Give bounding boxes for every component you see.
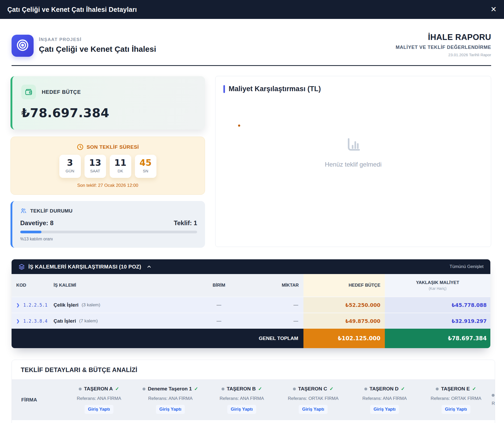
column-is-kalemi: İŞ KALEMİ	[54, 274, 201, 297]
row-item-count: (7 kalem)	[79, 318, 98, 324]
check-icon: ✓	[472, 386, 476, 392]
firm-dot-icon	[222, 388, 224, 390]
chevron-up-icon[interactable]	[146, 264, 152, 270]
firm-status-badge[interactable]: Giriş Yaptı	[227, 405, 256, 414]
firm-name: TAŞERON E	[441, 386, 470, 392]
offers-detail-section: TEKLİF DETAYLARI & BÜTÇE ANALİZİ FİRMA T…	[12, 360, 495, 423]
firm-dot-icon	[293, 388, 296, 390]
work-items-table-header[interactable]: İŞ KALEMLERİ KARŞILAŞTIRMASI (10 POZ) Tü…	[12, 259, 490, 274]
check-icon: ✓	[194, 386, 198, 392]
row-name: Çelik İşleri	[54, 302, 78, 308]
row-hedef-butce: ₺49.875.000	[303, 313, 385, 329]
firm-name: TAŞERON C	[298, 386, 327, 392]
column-yaklasik-maliyet: YAKLAŞIK MALİYET (Kar Hariç)	[385, 274, 490, 297]
expand-all-button[interactable]: Tümünü Genişlet	[450, 264, 484, 269]
firm-dot-icon	[492, 394, 495, 397]
firm-referans: Referans: ANA FİRMA	[135, 396, 206, 401]
firm-referans: Referans: ANA FİRMA	[63, 396, 135, 401]
firm-column: TAŞERON A ✓ Referans: ANA FİRMA Giriş Ya…	[63, 386, 135, 414]
firm-dot-icon	[436, 388, 439, 390]
firm-dot-icon	[79, 388, 82, 390]
target-icon	[16, 38, 29, 53]
work-items-table: İŞ KALEMLERİ KARŞILAŞTIRMASI (10 POZ) Tü…	[12, 259, 490, 348]
row-hedef-butce: ₺52.250.000	[303, 297, 385, 313]
firm-column: Deneme Taşeron 1 ✓ Referans: ANA FİRMA G…	[135, 386, 206, 414]
column-kod: KOD	[12, 274, 54, 297]
grand-total-label: GENEL TOPLAM	[12, 329, 303, 348]
deadline-title: SON TEKLİF SÜRESİ	[87, 144, 139, 150]
report-subtitle: MALİYET VE TEKLİF DEĞERLENDİRME	[396, 45, 491, 50]
firm-referans: Referans: ORTAK FİRMA	[420, 396, 492, 401]
project-logo	[12, 35, 34, 57]
countdown-hours: 13 SAAT	[85, 155, 106, 178]
project-info: İNŞAAT PROJESİ Çatı Çeliği ve Kenet Çatı…	[39, 37, 156, 54]
cost-comparison-panel: Maliyet Karşılaştırması (TL) Henüz tekli…	[215, 76, 491, 247]
row-item-count: (3 kalem)	[82, 302, 100, 308]
countdown: 3 GÜN 13 SAAT 11 DK 45 SN	[11, 155, 205, 178]
firm-status-badge[interactable]: Giriş Yaptı	[85, 405, 113, 414]
firm-status-badge[interactable]: Giriş Yaptı	[299, 405, 328, 414]
row-birim: —	[201, 297, 237, 313]
target-budget-amount: ₺78.697.384	[21, 106, 196, 120]
row-miktar: —	[237, 313, 303, 329]
firm-status-badge[interactable]: Giriş Yaptı	[442, 405, 470, 414]
firm-column: TAŞERON B ✓ Referans: ANA FİRMA Giriş Ya…	[206, 386, 277, 414]
report-date: 23.01.2026 Tarihli Rapor	[396, 53, 491, 57]
layers-icon	[18, 264, 25, 270]
deadline-card: SON TEKLİF SÜRESİ 3 GÜN 13 SAAT 11 DK 45…	[10, 137, 205, 195]
report-title: İHALE RAPORU	[396, 33, 491, 42]
table-row[interactable]: ❯ 1.2.3.8.4 Çatı İşleri (7 kalem) — — ₺4…	[12, 313, 490, 329]
firm-name: Deneme Taşeron 1	[148, 386, 192, 392]
firm-column: TAŞERON C ✓ Referans: ORTAK FİRMA Giriş …	[277, 386, 349, 414]
target-budget-label: HEDEF BÜTÇE	[42, 89, 81, 95]
chart-empty-state: Henüz teklif gelmedi	[216, 136, 491, 168]
modal-header: Çatı Çeliği ve Kenet Çatı İhalesi Detayl…	[0, 0, 504, 19]
grand-total-yaklasik: ₺78.697.384	[385, 329, 490, 348]
firm-column-partial: ✓ R	[492, 394, 495, 406]
firm-referans: Referans: ORTAK FİRMA	[277, 396, 349, 401]
page-title: Çatı Çeliği ve Kenet Çatı İhalesi	[39, 45, 156, 54]
offers-section-title: TEKLİF DETAYLARI & BÜTÇE ANALİZİ	[12, 360, 495, 380]
firm-status-badge[interactable]: Giriş Yaptı	[156, 405, 185, 414]
row-name: Çatı İşleri	[54, 318, 76, 324]
firm-column: TAŞERON D ✓ Referans: ANA FİRMA Giriş Ya…	[349, 386, 420, 414]
countdown-seconds: 45 SN	[135, 155, 156, 178]
firm-row-label: FİRMA	[12, 397, 63, 403]
deadline-note: Son teklif: 27 Ocak 2026 12:00	[11, 183, 205, 188]
chevron-right-icon[interactable]: ❯	[16, 303, 20, 307]
participation-rate: %13 katılım oranı	[20, 237, 197, 241]
firm-name: TAŞERON D	[370, 386, 398, 392]
table-column-headers: KOD İŞ KALEMİ BİRİM MİKTAR HEDEF BÜTÇE Y…	[12, 274, 490, 297]
firm-dot-icon	[364, 388, 367, 390]
firm-dot-icon	[143, 388, 145, 390]
column-hedef-butce: HEDEF BÜTÇE	[303, 274, 385, 297]
grand-total-hedef: ₺102.125.000	[303, 329, 385, 348]
modal-title: Çatı Çeliği ve Kenet Çatı İhalesi Detayl…	[7, 6, 137, 13]
chart-title: Maliyet Karşılaştırması (TL)	[229, 85, 321, 93]
work-items-table-title: İŞ KALEMLERİ KARŞILAŞTIRMASI (10 POZ)	[28, 264, 141, 270]
bar-chart-icon	[345, 150, 362, 154]
participation-progress-fill	[20, 231, 41, 233]
row-yaklasik-maliyet: ₺32.919.297	[385, 313, 490, 329]
column-yaklasik-sub: (Kar Hariç)	[429, 286, 447, 291]
users-icon	[20, 208, 27, 214]
chart-empty-text: Henüz teklif gelmedi	[216, 161, 491, 168]
report-meta: İHALE RAPORU MALİYET VE TEKLİF DEĞERLEND…	[396, 33, 491, 57]
close-icon[interactable]: ✕	[491, 6, 497, 13]
firm-referans: Referans: ANA FİRMA	[349, 396, 420, 401]
column-miktar: MİKTAR	[237, 274, 303, 297]
chevron-right-icon[interactable]: ❯	[16, 319, 20, 323]
firm-column: TAŞERON E ✓ Referans: ORTAK FİRMA Giriş …	[420, 386, 492, 414]
offers-count: Teklif: 1	[174, 219, 197, 227]
countdown-days: 3 GÜN	[59, 155, 81, 178]
chart-title-accent	[223, 85, 225, 93]
check-icon: ✓	[401, 386, 405, 392]
chart-marker-dot	[238, 125, 240, 127]
offer-status-card: TEKLİF DURUMU Davetiye: 8 Teklif: 1 %13 …	[10, 201, 205, 248]
firm-status-badge[interactable]: Giriş Yaptı	[370, 405, 399, 414]
row-code: 1.2.3.8.4	[23, 318, 48, 324]
invites-count: Davetiye: 8	[20, 219, 54, 227]
check-icon: ✓	[115, 386, 119, 392]
project-label: İNŞAAT PROJESİ	[39, 37, 156, 42]
table-row[interactable]: ❯ 1.2.2.5.1 Çelik İşleri (3 kalem) — — ₺…	[12, 297, 490, 313]
